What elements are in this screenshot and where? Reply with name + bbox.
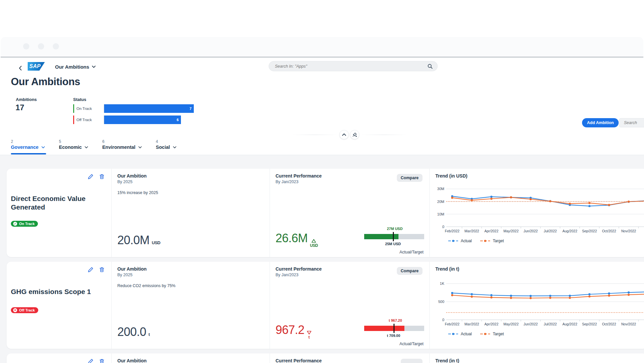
global-search[interactable] [269, 61, 438, 71]
ambition-description: 15% increase by 2025 [117, 190, 158, 195]
compare-button[interactable]: Compare [397, 174, 423, 182]
legend-item[interactable]: Target [480, 332, 504, 336]
delete-button[interactable] [99, 267, 105, 273]
pencil-icon [88, 267, 93, 272]
edit-button[interactable] [88, 174, 94, 180]
legend-item[interactable]: Actual [448, 239, 472, 243]
app-shell: SAP Our Ambitions Our Ambitions Ambition… [0, 58, 644, 363]
trend-line-chart: 1K5000Feb/2022Mar/2022Apr/2022May/2022Ju… [432, 275, 644, 329]
compare-button[interactable]: Compare [397, 267, 423, 275]
status-bar-chart: On Track7Off Track6 [73, 104, 194, 127]
legend-item[interactable]: Actual [448, 332, 472, 336]
pencil-icon [88, 359, 93, 363]
ambition-description: Reduce CO2 emissions by 75% [117, 283, 175, 288]
x-circle-icon: ✕ [13, 308, 17, 312]
window-dot[interactable] [38, 43, 44, 50]
svg-text:0: 0 [442, 318, 444, 322]
tab-count: 4 [156, 139, 176, 144]
card-performance-column: Current PerformanceBy Jan/2023Compare967… [270, 262, 429, 349]
bullet-target-marker [393, 232, 394, 241]
svg-text:Mar/2022: Mar/2022 [464, 322, 479, 326]
chevron-down-icon[interactable] [85, 146, 88, 148]
edit-button[interactable] [88, 267, 94, 273]
ambition-title: GHG emissions Scope 1 [11, 287, 97, 296]
delete-button[interactable] [99, 358, 105, 363]
svg-text:Sep/2022: Sep/2022 [582, 322, 597, 326]
performance-timeframe: By Jan/2023 [276, 180, 299, 184]
status-badge-label: On Track [19, 222, 35, 226]
card-trend-column: Trend (in t)1K5000Feb/2022Mar/2022Apr/20… [429, 262, 644, 349]
ambition-timeframe: By 2025 [117, 273, 132, 277]
divider-line [361, 135, 407, 135]
window-dot[interactable] [53, 43, 59, 50]
tab-label: Economic [59, 145, 82, 150]
ambition-card: GHG emissions Scope 1✕Off TrackOur Ambit… [7, 262, 644, 349]
search-icon[interactable] [427, 64, 433, 69]
card-title-column: GHG emissions Scope 1✕Off Track [7, 262, 111, 349]
bullet-target-marker [394, 324, 395, 333]
sap-logo[interactable]: SAP [28, 62, 45, 71]
legend-label: Actual [461, 239, 472, 243]
performance-timeframe: By Jan/2023 [276, 273, 299, 277]
performance-heading: Current Performance [276, 173, 322, 179]
svg-text:Jun/2022: Jun/2022 [523, 229, 538, 233]
legend-marker [480, 333, 490, 335]
svg-text:20M: 20M [437, 200, 444, 204]
status-row: On Track7 [73, 104, 194, 113]
svg-text:Oct/2022: Oct/2022 [602, 322, 616, 326]
target-unit: USD [152, 240, 161, 245]
status-bar[interactable]: 7 [104, 104, 194, 113]
card-performance-column: Current PerformanceBy Jan/2023Compare26.… [270, 169, 429, 257]
global-search-input[interactable] [269, 64, 427, 69]
divider-line [292, 135, 338, 135]
ambition-card: Direct Economic Value Generated✓On Track… [7, 169, 644, 257]
ambition-heading: Our Ambition [117, 173, 147, 179]
tab-governance[interactable]: 2 Governance [11, 139, 45, 154]
bullet-caption: Actual/Target [399, 250, 424, 254]
svg-text:Nov/2022: Nov/2022 [621, 322, 636, 326]
ambition-card-partial: Our Ambition Current Performance Trend (… [7, 353, 644, 363]
performance-unit: USD [310, 243, 318, 248]
legend-label: Target [493, 239, 504, 243]
status-bar-zone: 6 [104, 116, 181, 124]
chevron-down-icon[interactable] [173, 146, 176, 148]
card-ambition-column: Our Ambition [111, 353, 270, 363]
legend-item[interactable]: Target [480, 239, 504, 243]
svg-text:1K: 1K [440, 281, 445, 285]
performance-value: 26.6MUSD [276, 231, 318, 247]
svg-text:Feb/2022: Feb/2022 [445, 322, 460, 326]
svg-text:Mar/2022: Mar/2022 [464, 229, 479, 233]
collapse-header-button[interactable] [339, 130, 349, 139]
legend-marker [448, 240, 458, 242]
back-button[interactable] [16, 64, 24, 72]
pin-header-button[interactable] [350, 130, 359, 139]
tab-environmental[interactable]: 6 Environmental [102, 139, 142, 154]
window-dot[interactable] [23, 43, 29, 50]
legend-marker [480, 240, 490, 242]
app-switcher[interactable]: Our Ambitions [55, 64, 96, 70]
svg-text:500: 500 [438, 300, 444, 304]
tab-label: Environmental [102, 145, 135, 150]
status-label: Status [73, 97, 86, 102]
compare-button[interactable] [401, 359, 423, 363]
card-trend-column: Trend (in t) [429, 353, 644, 363]
legend-marker [448, 333, 458, 335]
tab-count: 5 [59, 139, 88, 144]
target-number: 20.0M [117, 233, 150, 247]
tab-economic[interactable]: 5 Economic [59, 139, 88, 154]
category-tabs: 2 Governance 5 Economic 6 Environmental … [11, 139, 176, 154]
chevron-up-icon [342, 133, 346, 136]
ambition-search-input[interactable] [619, 118, 644, 127]
add-ambition-button[interactable]: Add Ambition [582, 118, 619, 127]
status-bar[interactable]: 6 [104, 116, 181, 124]
delete-button[interactable] [99, 174, 105, 180]
ambition-heading: Our Ambition [117, 266, 147, 272]
edit-button[interactable] [88, 358, 94, 363]
trend-line-chart: 30M20M10M0Feb/2022Mar/2022Apr/2022May/20… [432, 182, 644, 236]
tab-social[interactable]: 4 Social [156, 139, 176, 154]
chevron-down-icon[interactable] [42, 146, 45, 148]
card-ambition-column: Our AmbitionBy 202515% increase by 20252… [111, 169, 270, 257]
chevron-down-icon[interactable] [138, 146, 142, 148]
performance-heading: Current Performance [276, 358, 322, 363]
svg-text:Aug/2022: Aug/2022 [563, 322, 577, 326]
